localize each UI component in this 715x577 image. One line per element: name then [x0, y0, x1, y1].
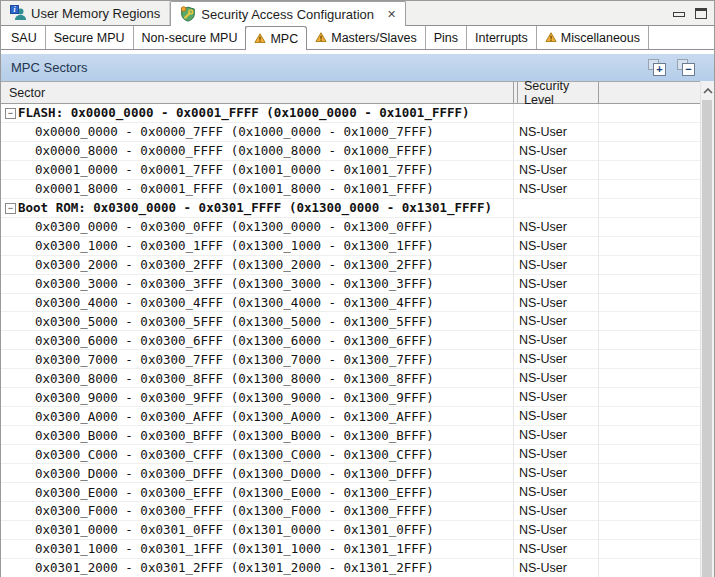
sector-range: 0x0301_0000 - 0x0301_0FFF (0x1301_0000 -…: [35, 522, 434, 537]
minimize-button[interactable]: [673, 10, 685, 17]
subtab-label: Masters/Slaves: [331, 31, 416, 45]
table-row[interactable]: 0x0300_2000 - 0x0300_2FFF (0x1300_2000 -…: [1, 256, 700, 275]
security-level-value[interactable]: NS-User: [519, 428, 567, 442]
security-level-value[interactable]: NS-User: [519, 333, 567, 347]
table-row[interactable]: 0x0300_8000 - 0x0300_8FFF (0x1300_8000 -…: [1, 369, 700, 388]
maximize-button[interactable]: [695, 8, 707, 19]
subtab-sau[interactable]: SAU: [3, 26, 46, 49]
security-level-value[interactable]: NS-User: [519, 390, 567, 404]
security-level-value[interactable]: NS-User: [519, 352, 567, 366]
warning-icon: [315, 32, 327, 43]
sector-range: 0x0300_C000 - 0x0300_CFFF (0x1300_C000 -…: [35, 447, 434, 462]
security-level-value[interactable]: NS-User: [519, 296, 567, 310]
sector-range: 0x0001_0000 - 0x0001_7FFF (0x1001_0000 -…: [35, 162, 434, 177]
subtab-label: MPC: [270, 32, 298, 46]
sector-range: 0x0300_9000 - 0x0300_9FFF (0x1300_9000 -…: [35, 390, 434, 405]
sector-range: 0x0300_6000 - 0x0300_6FFF (0x1300_6000 -…: [35, 333, 434, 348]
security-level-value[interactable]: NS-User: [519, 125, 567, 139]
column-divider: [598, 104, 599, 577]
security-shield-icon: [180, 6, 196, 22]
security-level-value[interactable]: NS-User: [519, 466, 567, 480]
column-header-sector[interactable]: Sector: [1, 82, 514, 103]
expand-all-button[interactable]: +: [648, 59, 666, 76]
collapse-toggle-icon[interactable]: −: [5, 203, 16, 214]
warning-icon: [254, 33, 266, 44]
table-row[interactable]: 0x0300_D000 - 0x0300_DFFF (0x1300_D000 -…: [1, 464, 700, 483]
security-level-value[interactable]: NS-User: [519, 182, 567, 196]
security-level-value[interactable]: NS-User: [519, 523, 567, 537]
subtab-mpc[interactable]: MPC: [245, 26, 307, 50]
config-tab-bar: SAU Secure MPU Non-secure MPU MPC Master…: [1, 26, 714, 50]
sector-range: 0x0300_7000 - 0x0300_7FFF (0x1300_7000 -…: [35, 352, 434, 367]
sector-range: 0x0300_2000 - 0x0300_2FFF (0x1300_2000 -…: [35, 257, 434, 272]
table-row[interactable]: 0x0300_9000 - 0x0300_9FFF (0x1300_9000 -…: [1, 388, 700, 407]
sector-range: 0x0301_2000 - 0x0301_2FFF (0x1301_2000 -…: [35, 560, 434, 575]
security-level-value[interactable]: NS-User: [519, 561, 567, 575]
group-row[interactable]: − Boot ROM: 0x0300_0000 - 0x0301_FFFF (0…: [1, 199, 700, 218]
table-row[interactable]: 0x0300_0000 - 0x0300_0FFF (0x1300_0000 -…: [1, 218, 700, 237]
security-level-value[interactable]: NS-User: [519, 163, 567, 177]
table-row[interactable]: 0x0301_2000 - 0x0301_2FFF (0x1301_2000 -…: [1, 559, 700, 577]
security-level-value[interactable]: NS-User: [519, 144, 567, 158]
tab-user-memory-regions[interactable]: i User Memory Regions: [1, 1, 170, 25]
group-row[interactable]: − FLASH: 0x0000_0000 - 0x0001_FFFF (0x10…: [1, 104, 700, 123]
scroll-up-button[interactable]: [701, 81, 714, 100]
tab-security-access-configuration[interactable]: Security Access Configuration ✕: [170, 1, 406, 26]
sector-range: 0x0000_0000 - 0x0000_7FFF (0x1000_0000 -…: [35, 124, 434, 139]
table-row[interactable]: 0x0000_8000 - 0x0000_FFFF (0x1000_8000 -…: [1, 142, 700, 161]
table-row[interactable]: 0x0300_B000 - 0x0300_BFFF (0x1300_B000 -…: [1, 426, 700, 445]
subtab-interrupts[interactable]: Interrupts: [467, 26, 537, 49]
subtab-label: Miscellaneous: [561, 31, 640, 45]
security-level-value[interactable]: NS-User: [519, 314, 567, 328]
security-level-value[interactable]: NS-User: [519, 258, 567, 272]
column-header-security-level[interactable]: Security Level: [517, 82, 599, 103]
security-level-value[interactable]: NS-User: [519, 409, 567, 423]
security-level-value[interactable]: NS-User: [519, 277, 567, 291]
table-row[interactable]: 0x0300_6000 - 0x0300_6FFF (0x1300_6000 -…: [1, 331, 700, 350]
sector-range: 0x0300_A000 - 0x0300_AFFF (0x1300_A000 -…: [35, 409, 434, 424]
scrollbar-thumb[interactable]: [702, 100, 712, 577]
subtab-pins[interactable]: Pins: [426, 26, 467, 49]
chevron-up-icon: [703, 88, 713, 94]
table-row[interactable]: 0x0300_3000 - 0x0300_3FFF (0x1300_3000 -…: [1, 275, 700, 294]
table-row[interactable]: 0x0300_1000 - 0x0300_1FFF (0x1300_1000 -…: [1, 237, 700, 256]
subtab-non-secure-mpu[interactable]: Non-secure MPU: [134, 26, 247, 49]
table-row[interactable]: 0x0300_E000 - 0x0300_EFFF (0x1300_E000 -…: [1, 483, 700, 502]
close-icon[interactable]: ✕: [387, 9, 396, 20]
security-level-value[interactable]: NS-User: [519, 371, 567, 385]
sector-range: 0x0300_0000 - 0x0300_0FFF (0x1300_0000 -…: [35, 219, 434, 234]
table-row[interactable]: 0x0300_C000 - 0x0300_CFFF (0x1300_C000 -…: [1, 445, 700, 464]
subtab-masters-slaves[interactable]: Masters/Slaves: [307, 26, 425, 49]
sector-range: 0x0300_F000 - 0x0300_FFFF (0x1300_F000 -…: [35, 503, 434, 518]
sector-range: 0x0301_1000 - 0x0301_1FFF (0x1301_1000 -…: [35, 541, 434, 556]
security-level-value[interactable]: NS-User: [519, 220, 567, 234]
table-row[interactable]: 0x0300_5000 - 0x0300_5FFF (0x1300_5000 -…: [1, 312, 700, 331]
security-level-value[interactable]: NS-User: [519, 485, 567, 499]
mpc-sectors-table: − FLASH: 0x0000_0000 - 0x0001_FFFF (0x10…: [1, 104, 700, 577]
table-row[interactable]: 0x0001_8000 - 0x0001_FFFF (0x1001_8000 -…: [1, 180, 700, 199]
table-row[interactable]: 0x0300_7000 - 0x0300_7FFF (0x1300_7000 -…: [1, 350, 700, 369]
warning-icon: [545, 32, 557, 43]
collapse-toggle-icon[interactable]: −: [5, 108, 16, 119]
subtab-label: Non-secure MPU: [142, 31, 238, 45]
table-row[interactable]: 0x0301_0000 - 0x0301_0FFF (0x1301_0000 -…: [1, 521, 700, 540]
security-level-value[interactable]: NS-User: [519, 542, 567, 556]
group-label: Boot ROM: 0x0300_0000 - 0x0301_FFFF (0x1…: [18, 200, 492, 215]
table-row[interactable]: 0x0301_1000 - 0x0301_1FFF (0x1301_1000 -…: [1, 540, 700, 559]
subtab-miscellaneous[interactable]: Miscellaneous: [537, 26, 649, 49]
subtab-secure-mpu[interactable]: Secure MPU: [46, 26, 134, 49]
table-row[interactable]: 0x0001_0000 - 0x0001_7FFF (0x1001_0000 -…: [1, 161, 700, 180]
table-row[interactable]: 0x0000_0000 - 0x0000_7FFF (0x1000_0000 -…: [1, 123, 700, 142]
tab-label: User Memory Regions: [31, 6, 160, 21]
vertical-scrollbar[interactable]: [700, 81, 714, 577]
mpc-sectors-section-header: MPC Sectors + −: [1, 54, 714, 81]
security-level-value[interactable]: NS-User: [519, 447, 567, 461]
collapse-all-button[interactable]: −: [677, 59, 695, 76]
table-row[interactable]: 0x0300_4000 - 0x0300_4FFF (0x1300_4000 -…: [1, 294, 700, 313]
sector-range: 0x0300_3000 - 0x0300_3FFF (0x1300_3000 -…: [35, 276, 434, 291]
security-level-value[interactable]: NS-User: [519, 504, 567, 518]
security-level-value[interactable]: NS-User: [519, 239, 567, 253]
table-row[interactable]: 0x0300_A000 - 0x0300_AFFF (0x1300_A000 -…: [1, 407, 700, 426]
table-row[interactable]: 0x0300_F000 - 0x0300_FFFF (0x1300_F000 -…: [1, 502, 700, 521]
section-actions: + −: [648, 59, 704, 76]
